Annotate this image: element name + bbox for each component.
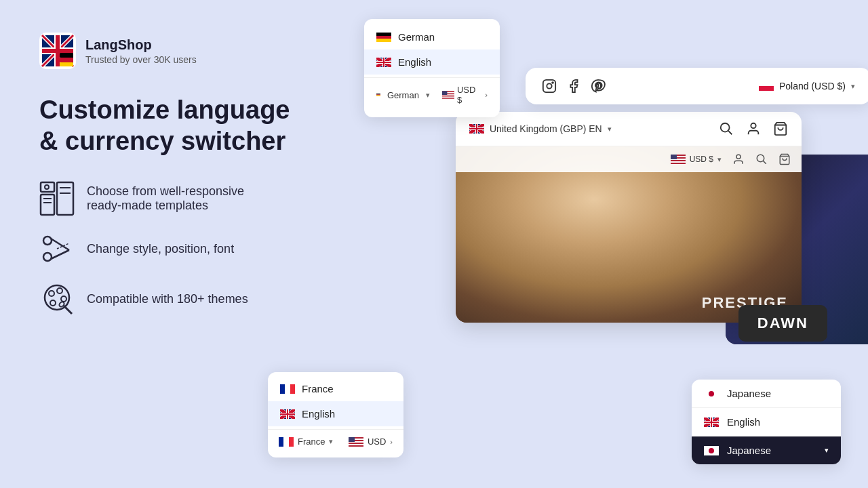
dawn-card: DAWN <box>738 305 827 342</box>
switcher-german-chevron: ▾ <box>426 91 430 100</box>
svg-point-77 <box>757 155 764 162</box>
svg-line-31 <box>64 306 72 314</box>
user-icon[interactable] <box>746 121 761 136</box>
switcher-de-flag-icon <box>376 90 380 100</box>
svg-rect-33 <box>376 33 391 36</box>
japan-flag-footer-icon <box>704 446 719 455</box>
bottom-france-chevron: ▾ <box>329 437 333 446</box>
country-label: Poland (USD $) <box>779 81 846 92</box>
hero-cart-icon[interactable] <box>778 153 791 165</box>
hero-us-flag-icon <box>671 155 686 164</box>
style-icon <box>39 231 75 266</box>
svg-rect-44 <box>376 62 391 63</box>
cart-icon[interactable] <box>773 121 788 136</box>
svg-point-54 <box>547 83 551 88</box>
svg-line-24 <box>51 250 69 259</box>
lang-item-france[interactable]: France <box>268 376 403 401</box>
svg-rect-56 <box>759 81 774 86</box>
pinterest-icon[interactable] <box>591 79 606 94</box>
country-switcher[interactable]: Poland (USD $) ▾ <box>759 81 855 92</box>
bottom-usd-chevron: › <box>390 438 393 446</box>
svg-rect-75 <box>671 155 677 159</box>
uk-region-chevron: ▾ <box>608 125 612 134</box>
feature-style: Change style, position, font <box>39 231 351 266</box>
switcher-currency-chevron: › <box>485 91 488 99</box>
svg-point-76 <box>736 155 741 159</box>
hero-currency-chevron: ▾ <box>717 155 722 164</box>
bottom-switcher-france[interactable]: France ▾ <box>279 436 333 447</box>
japan-flag-icon <box>704 389 719 399</box>
svg-rect-81 <box>285 384 290 394</box>
country-chevron: ▾ <box>851 82 855 91</box>
svg-rect-34 <box>376 36 391 39</box>
lang-english-label: English <box>398 56 431 68</box>
bottom-left-language-dropdown: France English France ▾ <box>268 372 403 458</box>
svg-point-29 <box>61 296 66 302</box>
top-lang-switcher-bar: German ▾ USD $ › <box>364 77 500 112</box>
uk-region-label: United Kingdom (GBP) EN <box>490 123 602 134</box>
brand-text: LangShop Trusted by over 30K users <box>85 37 197 65</box>
svg-rect-98 <box>349 444 363 445</box>
dawn-label: DAWN <box>757 314 808 332</box>
svg-point-67 <box>721 123 730 132</box>
lang-item-english-right[interactable]: English <box>692 408 841 436</box>
headline: Customize language& currency switcher <box>39 95 351 157</box>
store-nav-actions <box>719 121 788 136</box>
us-flag-icon <box>442 90 454 100</box>
bottom-lang-switcher-bar: France ▾ USD › <box>268 429 403 453</box>
store-nav-region[interactable]: United Kingdom (GBP) EN ▾ <box>469 123 612 134</box>
svg-rect-66 <box>469 128 484 129</box>
store-hero-top-bar: USD $ ▾ <box>456 146 802 172</box>
lang-japanese-footer-label: Japanese <box>727 445 771 456</box>
bottom-right-language-dropdown: Japanese English Japanese ▾ <box>692 380 841 464</box>
lang-german-label: German <box>398 31 435 43</box>
bottom-us-flag-icon <box>349 437 363 447</box>
feature-themes: Compatible with 180+ themes <box>39 281 351 317</box>
uk-nav-flag-icon <box>469 124 484 134</box>
svg-rect-51 <box>442 96 454 98</box>
svg-rect-47 <box>376 96 380 96</box>
uk-flag-icon <box>376 58 391 67</box>
svg-rect-14 <box>41 195 54 215</box>
poland-flag-icon <box>759 81 774 91</box>
svg-rect-74 <box>671 161 686 163</box>
bottom-switcher-usd[interactable]: USD › <box>349 436 393 447</box>
svg-rect-53 <box>543 80 555 92</box>
svg-point-22 <box>43 237 52 245</box>
lang-item-german[interactable]: German <box>364 24 500 49</box>
store-header-card: Poland (USD $) ▾ <box>526 68 868 104</box>
svg-point-55 <box>552 82 553 83</box>
svg-rect-80 <box>280 384 285 394</box>
facebook-icon[interactable] <box>566 79 581 94</box>
lang-item-english[interactable]: English <box>364 49 500 75</box>
lang-france-label: France <box>302 383 334 394</box>
instagram-icon[interactable] <box>542 79 557 94</box>
german-flag-icon <box>376 33 391 42</box>
hero-user-icon[interactable] <box>732 153 745 165</box>
search-icon[interactable] <box>719 121 734 136</box>
lang-item-japanese[interactable]: Japanese <box>692 380 841 408</box>
brand-tagline: Trusted by over 30K users <box>85 54 197 65</box>
store-nav: United Kingdom (GBP) EN ▾ <box>456 112 802 146</box>
feature-templates: Choose from well-responsiveready-made te… <box>39 181 351 216</box>
svg-rect-12 <box>60 62 73 66</box>
feature-themes-text: Compatible with 180+ themes <box>87 292 248 306</box>
lang-right-footer[interactable]: Japanese ▾ <box>692 436 841 464</box>
hero-search-icon[interactable] <box>755 153 768 165</box>
lang-item-english-bottom[interactable]: English <box>268 401 403 426</box>
themes-icon <box>39 281 75 317</box>
svg-rect-45 <box>376 94 380 94</box>
store-hero-image: USD $ ▾ PRESTIGE <box>456 146 802 323</box>
svg-point-27 <box>49 291 54 296</box>
svg-rect-82 <box>290 384 295 394</box>
hero-currency-switcher[interactable]: USD $ ▾ <box>671 153 722 165</box>
svg-point-101 <box>709 391 714 396</box>
svg-rect-99 <box>349 437 355 442</box>
lang-footer-chevron: ▾ <box>825 446 829 455</box>
svg-point-112 <box>709 448 714 453</box>
svg-rect-35 <box>376 39 391 42</box>
svg-rect-10 <box>60 53 73 58</box>
uk-flag-right-icon <box>704 418 719 427</box>
uk-flag-bottom-icon <box>280 409 295 419</box>
svg-rect-57 <box>759 86 774 91</box>
